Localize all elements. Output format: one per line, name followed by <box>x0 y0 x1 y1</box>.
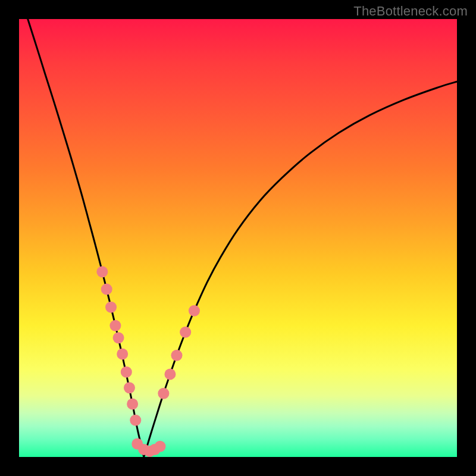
data-dot <box>154 441 165 452</box>
data-dot <box>113 332 124 343</box>
data-dot <box>117 349 128 360</box>
data-dot <box>124 382 135 393</box>
data-dot <box>121 367 132 378</box>
chart-svg <box>19 19 457 457</box>
curve-layer <box>28 19 457 457</box>
chart-frame: TheBottleneck.com <box>0 0 476 476</box>
data-dot <box>101 284 112 295</box>
data-dot <box>164 368 176 380</box>
data-dot <box>171 350 182 361</box>
data-dot <box>130 415 141 426</box>
plot-area <box>19 19 457 457</box>
data-dot <box>96 266 108 277</box>
data-dot <box>180 327 191 338</box>
watermark-text: TheBottleneck.com <box>353 4 468 19</box>
dot-layer <box>96 266 200 457</box>
data-dot <box>189 305 200 317</box>
data-dot <box>158 388 169 399</box>
data-dot <box>127 398 138 409</box>
data-dot <box>105 302 117 313</box>
data-dot <box>109 320 121 331</box>
curve-right-curve <box>144 82 457 457</box>
